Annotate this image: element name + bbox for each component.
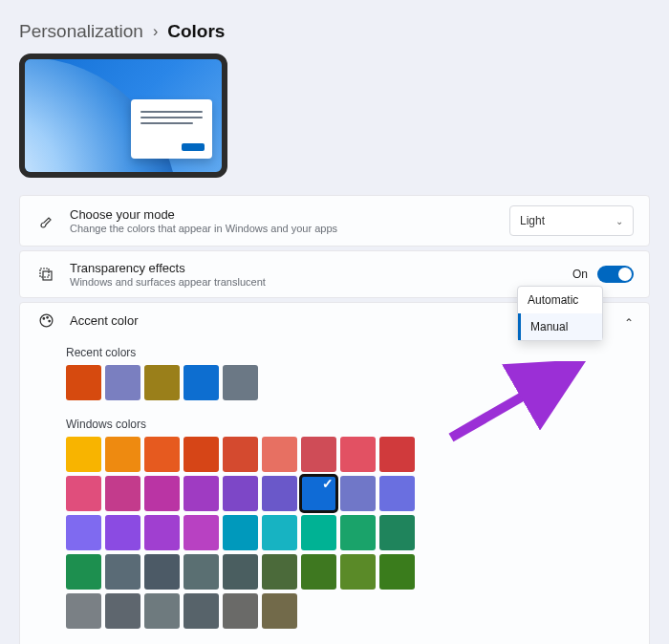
color-swatch[interactable]: [379, 476, 415, 511]
color-swatch[interactable]: [301, 437, 336, 472]
color-swatch[interactable]: [183, 593, 219, 629]
color-swatch[interactable]: [66, 593, 101, 629]
color-swatch[interactable]: [301, 554, 336, 590]
color-swatch[interactable]: [66, 437, 101, 472]
color-swatch[interactable]: [262, 554, 297, 590]
color-swatch[interactable]: [144, 593, 180, 629]
color-swatch[interactable]: [183, 476, 219, 511]
svg-rect-0: [40, 268, 49, 277]
color-swatch[interactable]: [105, 365, 140, 400]
color-swatch[interactable]: [144, 476, 180, 511]
color-swatch[interactable]: [223, 365, 258, 400]
color-swatch[interactable]: [183, 437, 219, 472]
color-swatch[interactable]: [144, 437, 180, 472]
color-swatch[interactable]: [340, 437, 376, 472]
color-swatch[interactable]: [262, 476, 297, 511]
theme-preview: [19, 54, 227, 178]
mode-select-value: Light: [520, 214, 545, 227]
breadcrumb-parent[interactable]: Personalization: [19, 21, 143, 42]
chevron-up-icon[interactable]: ⌃: [624, 316, 634, 330]
color-swatch[interactable]: [340, 515, 376, 550]
windows-colors-label: Windows colors: [66, 418, 634, 431]
svg-point-3: [43, 318, 44, 319]
accent-mode-dropdown[interactable]: Automatic Manual: [517, 286, 603, 341]
svg-point-5: [48, 320, 49, 321]
color-swatch[interactable]: [105, 476, 140, 511]
color-swatch[interactable]: [223, 437, 258, 472]
transparency-subtitle: Windows and surfaces appear translucent: [70, 276, 572, 288]
color-swatch[interactable]: [262, 515, 297, 550]
choose-mode-row[interactable]: Choose your mode Change the colors that …: [19, 195, 650, 247]
mode-select[interactable]: Light ⌄: [509, 205, 634, 236]
brush-icon: [35, 213, 56, 228]
svg-point-4: [46, 317, 47, 318]
color-swatch[interactable]: [379, 437, 415, 472]
windows-colors-grid: [66, 437, 424, 629]
color-swatch[interactable]: [105, 515, 140, 550]
color-swatch[interactable]: [223, 554, 258, 590]
color-swatch[interactable]: [301, 476, 336, 511]
svg-rect-1: [43, 271, 52, 280]
transparency-title: Transparency effects: [70, 261, 572, 275]
color-swatch[interactable]: [144, 515, 180, 550]
color-swatch[interactable]: [105, 554, 140, 590]
choose-mode-title: Choose your mode: [70, 207, 509, 222]
color-swatch[interactable]: [144, 554, 180, 590]
color-swatch[interactable]: [223, 593, 258, 629]
choose-mode-subtitle: Change the colors that appear in Windows…: [70, 223, 509, 234]
breadcrumb: Personalization › Colors: [19, 21, 650, 42]
accent-option-manual[interactable]: Manual: [518, 313, 602, 340]
color-swatch[interactable]: [105, 437, 140, 472]
recent-colors-label: Recent colors: [66, 346, 634, 359]
color-swatch[interactable]: [262, 593, 297, 629]
color-swatch[interactable]: [66, 554, 101, 590]
color-swatch[interactable]: [379, 515, 415, 550]
transparency-toggle[interactable]: [597, 266, 634, 283]
transparency-icon: [35, 267, 56, 282]
palette-icon: [35, 312, 56, 329]
color-swatch[interactable]: [223, 476, 258, 511]
color-swatch[interactable]: [379, 554, 415, 590]
color-swatch[interactable]: [183, 515, 219, 550]
color-swatch[interactable]: [105, 593, 140, 629]
color-swatch[interactable]: [223, 515, 258, 550]
svg-point-2: [40, 314, 53, 327]
chevron-right-icon: ›: [153, 23, 158, 40]
accent-option-automatic[interactable]: Automatic: [518, 287, 602, 313]
color-swatch[interactable]: [262, 437, 297, 472]
color-swatch[interactable]: [66, 515, 101, 550]
color-swatch[interactable]: [340, 554, 376, 590]
accent-color-row[interactable]: Accent color Automatic Manual ⌃ Recent c…: [19, 302, 650, 644]
color-swatch[interactable]: [66, 365, 101, 400]
breadcrumb-current: Colors: [167, 21, 225, 42]
color-swatch[interactable]: [144, 365, 180, 400]
color-swatch[interactable]: [66, 476, 101, 511]
color-swatch[interactable]: [340, 476, 376, 511]
color-swatch[interactable]: [183, 365, 219, 400]
transparency-state-label: On: [572, 268, 588, 281]
color-swatch[interactable]: [301, 515, 336, 550]
chevron-down-icon: ⌄: [615, 216, 623, 226]
recent-colors-grid: [66, 365, 634, 400]
color-swatch[interactable]: [183, 554, 219, 590]
